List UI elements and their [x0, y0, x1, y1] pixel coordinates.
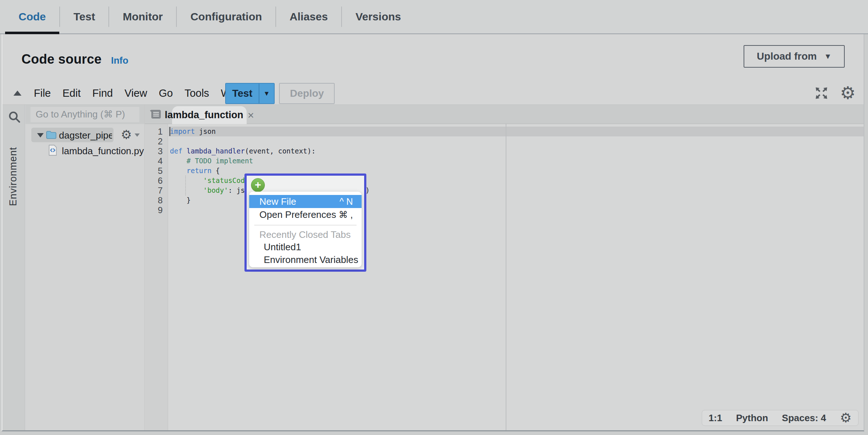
- line-number: 7: [145, 185, 168, 195]
- editor-tab-lambda-function[interactable]: lambda_function ×: [172, 106, 247, 124]
- menu-separator: [254, 225, 357, 226]
- tab-aliases[interactable]: Aliases: [276, 0, 341, 33]
- ide-menubar: File Edit Find View Go Tools Window Test…: [3, 82, 864, 104]
- file-tree-panel: dagster_pipes_funct ⚙ lambda_function.py: [25, 105, 144, 430]
- folder-expand-caret-icon[interactable]: [37, 133, 44, 137]
- folder-icon: [46, 130, 57, 140]
- tree-row-folder[interactable]: dagster_pipes_funct ⚙: [25, 128, 144, 143]
- test-split-button[interactable]: Test ▼: [225, 83, 275, 104]
- menu-go[interactable]: Go: [153, 87, 179, 99]
- test-dropdown-arrow[interactable]: ▼: [259, 84, 274, 103]
- statusbar-gear-icon[interactable]: ⚙: [840, 411, 852, 424]
- recently-closed-tabs-header: Recently Closed Tabs: [249, 228, 362, 241]
- menu-item-untitled1[interactable]: Untitled1: [249, 241, 362, 254]
- menu-item-shortcut: ⌘ ,: [339, 209, 353, 220]
- tree-row-file[interactable]: lambda_function.py: [25, 143, 144, 158]
- code-line[interactable]: import json: [170, 127, 864, 136]
- tab-list-icon[interactable]: [149, 108, 162, 120]
- upload-from-label: Upload from: [757, 51, 817, 62]
- settings-gear-icon[interactable]: ⚙: [840, 84, 856, 102]
- menu-item-environment-variables[interactable]: Environment Variables: [249, 254, 362, 266]
- tab-test[interactable]: Test: [60, 0, 108, 33]
- line-number: 4: [145, 156, 168, 166]
- test-button[interactable]: Test: [226, 84, 259, 103]
- tree-settings-caret-icon[interactable]: [135, 133, 140, 137]
- folder-name: dagster_pipes_funct: [59, 130, 112, 141]
- line-number: 2: [145, 136, 168, 146]
- tab-configuration[interactable]: Configuration: [177, 0, 275, 33]
- line-number: 6: [145, 176, 168, 185]
- menu-view[interactable]: View: [119, 87, 153, 99]
- goto-anything-input[interactable]: [31, 107, 139, 122]
- text-cursor: [170, 127, 170, 136]
- fullscreen-icon[interactable]: [814, 85, 829, 101]
- menu-find[interactable]: Find: [87, 87, 119, 99]
- line-number: 3: [145, 146, 168, 156]
- cursor-position[interactable]: 1:1: [709, 412, 722, 424]
- tab-code[interactable]: Code: [5, 0, 59, 33]
- language-mode[interactable]: Python: [736, 412, 768, 424]
- menu-item-shortcut: ^ N: [339, 196, 353, 207]
- indent-setting[interactable]: Spaces: 4: [782, 412, 826, 424]
- new-tab-plus-icon[interactable]: +: [251, 178, 265, 192]
- file-name: lambda_function.py: [62, 145, 144, 157]
- line-number: 8: [145, 195, 168, 205]
- menu-item-label: New File: [259, 196, 296, 207]
- menu-tools[interactable]: Tools: [179, 87, 215, 99]
- collapse-panel-icon[interactable]: [13, 91, 21, 96]
- indent-guide: [185, 176, 186, 195]
- upload-from-button[interactable]: Upload from ▼: [744, 45, 845, 68]
- info-link[interactable]: Info: [111, 55, 128, 66]
- search-icon[interactable]: [7, 110, 21, 124]
- chevron-down-icon: ▼: [824, 52, 832, 61]
- page-title: Code source: [21, 52, 101, 67]
- menu-item-label: Open Preferences: [259, 209, 336, 220]
- editor-statusbar: 1:1 Python Spaces: 4 ⚙: [702, 410, 859, 426]
- menu-edit[interactable]: Edit: [57, 87, 87, 99]
- code-line[interactable]: [170, 136, 864, 146]
- tab-monitor[interactable]: Monitor: [109, 0, 176, 33]
- code-editor[interactable]: 123456789 import jsondef lambda_handler(…: [145, 124, 864, 430]
- line-number: 9: [145, 205, 168, 215]
- function-tab-nav: Code Test Monitor Configuration Aliases …: [0, 0, 868, 34]
- line-number: 1: [145, 127, 168, 136]
- gutter: 123456789: [145, 124, 168, 430]
- tab-versions[interactable]: Versions: [342, 0, 414, 33]
- left-icon-strip: Environment: [3, 105, 25, 430]
- python-file-icon: [48, 144, 57, 156]
- menu-item-open-preferences[interactable]: Open Preferences ⌘ ,: [249, 208, 362, 221]
- editor-tab-label: lambda_function: [165, 109, 243, 121]
- deploy-button: Deploy: [279, 83, 335, 104]
- new-tab-menu: New File ^ N Open Preferences ⌘ , Recent…: [249, 192, 362, 267]
- code-source-panel: Code source Info Upload from ▼ File Edit…: [1, 34, 864, 431]
- line-number: 5: [145, 166, 168, 176]
- tab-close-icon[interactable]: ×: [248, 110, 254, 121]
- code-line[interactable]: # TODO implement: [170, 156, 864, 166]
- code-line[interactable]: def lambda_handler(event, context):: [170, 146, 864, 156]
- menu-file[interactable]: File: [28, 87, 57, 99]
- editor-tabbar: lambda_function ×: [145, 105, 864, 124]
- ide-body: Environment dagster_pipes_funct ⚙: [3, 104, 864, 430]
- goto-anything-row: [25, 105, 144, 124]
- menu-item-new-file[interactable]: New File ^ N: [249, 195, 362, 208]
- tree-settings-gear-icon[interactable]: ⚙: [121, 128, 132, 141]
- new-tab-dropdown: + New File ^ N Open Preferences ⌘ , Rece…: [244, 173, 366, 272]
